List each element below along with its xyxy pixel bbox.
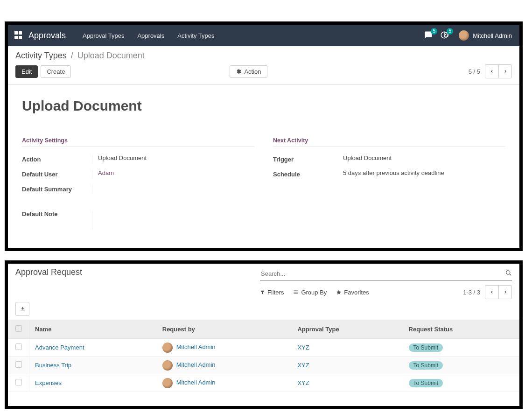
avatar	[162, 360, 173, 371]
page-title: Upload Document	[22, 98, 505, 114]
chevron-left-icon	[490, 69, 494, 74]
pager-prev-button[interactable]	[485, 65, 498, 78]
list-window: Approval Request Filters Group By	[5, 260, 523, 409]
nav-approval-types[interactable]: Approval Types	[76, 32, 131, 39]
chevron-right-icon	[503, 290, 508, 294]
next-activity-heading: Next Activity	[273, 137, 505, 147]
table-row[interactable]: Business Trip Mitchell Admin XYZ To Subm…	[8, 357, 519, 374]
activities-icon[interactable]: 5	[440, 31, 448, 41]
download-button[interactable]	[15, 302, 29, 316]
default-user-label: Default User	[22, 171, 92, 178]
table-row[interactable]: Advance Payment Mitchell Admin XYZ To Su…	[8, 339, 519, 357]
action-button[interactable]: Action	[230, 65, 267, 78]
user-avatar[interactable]	[459, 30, 469, 41]
groupby-button[interactable]: Group By	[293, 289, 327, 296]
row-checkbox[interactable]	[15, 379, 22, 385]
default-note-label: Default Note	[22, 210, 92, 217]
list-title: Approval Request	[15, 267, 82, 277]
status-badge: To Submit	[409, 361, 443, 370]
pager-next-button[interactable]	[498, 65, 511, 78]
default-summary-label: Default Summary	[22, 186, 92, 193]
form-sheet-outer: Upload Document Activity Settings Action…	[8, 84, 519, 248]
list-pager-next[interactable]	[498, 286, 511, 299]
row-type[interactable]: XYZ	[297, 379, 309, 386]
col-name[interactable]: Name	[29, 320, 157, 339]
row-requestby[interactable]: Mitchell Admin	[176, 343, 216, 350]
trigger-label: Trigger	[273, 156, 343, 163]
row-name[interactable]: Business Trip	[35, 362, 71, 369]
download-icon	[20, 306, 26, 312]
user-name[interactable]: Mitchell Admin	[473, 32, 512, 39]
col-request-status[interactable]: Request Status	[403, 320, 519, 339]
form-sheet: Upload Document Activity Settings Action…	[8, 84, 519, 248]
breadcrumb-leaf: Upload Document	[77, 51, 145, 60]
search-wrap	[260, 267, 512, 280]
favorites-label: Favorites	[344, 289, 369, 296]
default-user-value[interactable]: Adam	[92, 169, 254, 179]
edit-button[interactable]: Edit	[15, 65, 38, 78]
messages-icon[interactable]: 5	[424, 31, 433, 41]
control-bar: Activity Types / Upload Document Edit Cr…	[8, 46, 519, 84]
messages-badge: 5	[431, 28, 437, 35]
status-badge: To Submit	[409, 343, 443, 352]
row-name[interactable]: Advance Payment	[35, 344, 84, 351]
select-all-checkbox[interactable]	[15, 325, 22, 332]
funnel-icon	[260, 290, 265, 295]
list-pager: 1-3 / 3	[463, 285, 512, 299]
row-requestby[interactable]: Mitchell Admin	[176, 361, 216, 368]
list-header: Approval Request Filters Group By	[8, 264, 519, 299]
search-icon[interactable]	[505, 270, 512, 278]
gear-icon	[236, 69, 241, 74]
action-value: Upload Document	[92, 154, 254, 164]
avatar	[162, 343, 173, 353]
status-badge: To Submit	[409, 379, 443, 387]
trigger-value: Upload Document	[343, 154, 505, 164]
row-checkbox[interactable]	[15, 343, 22, 350]
svg-point-1	[506, 271, 510, 274]
breadcrumb-sep: /	[69, 51, 75, 60]
form-window: Approvals Approval Types Approvals Activ…	[5, 21, 523, 251]
row-requestby[interactable]: Mitchell Admin	[176, 379, 216, 386]
approval-table: Name Request by Approval Type Request St…	[8, 320, 519, 392]
list-icon	[293, 289, 299, 295]
col-approval-type[interactable]: Approval Type	[292, 320, 403, 339]
app-brand[interactable]: Approvals	[28, 31, 66, 41]
table-row[interactable]: Expenses Mitchell Admin XYZ To Submit	[8, 374, 519, 392]
nav-activity-types[interactable]: Activity Types	[171, 32, 221, 39]
chevron-right-icon	[503, 69, 508, 74]
row-type[interactable]: XYZ	[297, 362, 309, 369]
next-activity-col: Next Activity Trigger Upload Document Sc…	[273, 137, 505, 229]
row-checkbox[interactable]	[15, 361, 22, 368]
activity-settings-col: Activity Settings Action Upload Document…	[22, 137, 254, 229]
breadcrumb-root[interactable]: Activity Types	[15, 51, 67, 60]
row-type[interactable]: XYZ	[297, 344, 309, 351]
list-pager-prev[interactable]	[485, 286, 498, 299]
action-label: Action	[22, 156, 92, 163]
avatar	[162, 378, 173, 388]
groupby-label: Group By	[301, 289, 327, 296]
filters-label: Filters	[267, 289, 284, 296]
schedule-label: Schedule	[273, 171, 343, 178]
top-nav: Approvals Approval Types Approvals Activ…	[8, 25, 519, 46]
default-summary-value	[92, 184, 254, 194]
nav-approvals[interactable]: Approvals	[131, 32, 171, 39]
list-pager-text: 1-3 / 3	[463, 289, 480, 296]
apps-icon[interactable]	[14, 31, 23, 40]
pager-text: 5 / 5	[469, 68, 480, 75]
pager: 5 / 5	[469, 64, 512, 78]
activity-settings-heading: Activity Settings	[22, 137, 254, 147]
row-name[interactable]: Expenses	[35, 379, 62, 386]
action-button-label: Action	[244, 68, 261, 75]
star-icon	[336, 289, 342, 295]
default-note-value	[92, 210, 254, 229]
filters-button[interactable]: Filters	[260, 289, 284, 296]
breadcrumb: Activity Types / Upload Document	[15, 51, 512, 61]
favorites-button[interactable]: Favorites	[336, 289, 369, 296]
col-request-by[interactable]: Request by	[157, 320, 292, 339]
create-button[interactable]: Create	[41, 65, 71, 78]
search-input[interactable]	[260, 268, 502, 279]
schedule-value: 5 days after previous activity deadline	[343, 169, 505, 179]
chevron-left-icon	[490, 290, 494, 294]
activities-badge: 5	[447, 28, 453, 35]
